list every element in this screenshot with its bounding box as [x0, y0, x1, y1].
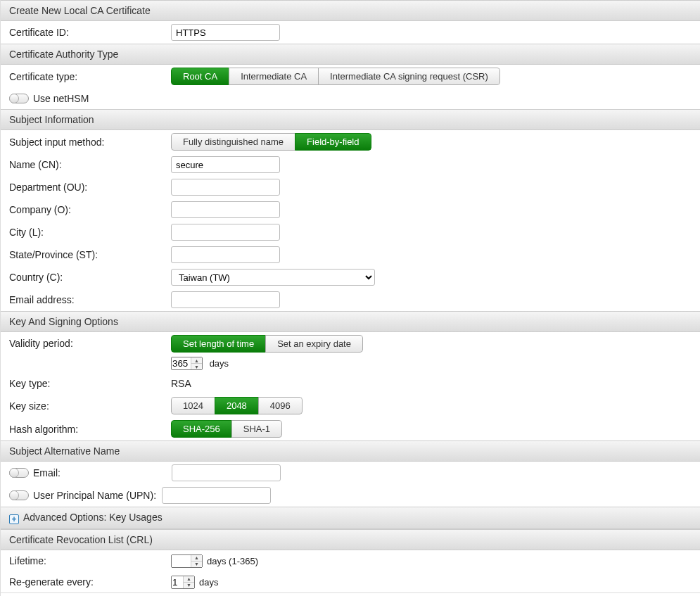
regen-spinner[interactable]: ▲▼	[183, 576, 194, 588]
chevron-up-icon[interactable]: ▲	[184, 576, 194, 583]
certtype-intermediate-ca[interactable]: Intermediate CA	[229, 68, 319, 85]
certificate-id-label: Certificate ID:	[9, 27, 171, 38]
certificate-id-input[interactable]	[171, 24, 280, 41]
certtype-intermediate-csr[interactable]: Intermediate CA signing request (CSR)	[318, 68, 500, 85]
footer: OK Cancel	[1, 592, 700, 596]
row-lifetime: Lifetime: ▲▼ days (1-365)	[1, 550, 700, 571]
st-label: State/Province (ST):	[9, 249, 171, 260]
input-method-segment: Fully distinguished name Field-by-field	[171, 133, 371, 151]
row-nethsm: Use netHSM	[1, 88, 700, 109]
chevron-up-icon[interactable]: ▲	[191, 555, 202, 562]
san-upn-toggle[interactable]	[9, 490, 29, 500]
chevron-down-icon[interactable]: ▼	[191, 364, 202, 369]
row-certificate-id: Certificate ID:	[1, 21, 700, 44]
country-select[interactable]: Taiwan (TW)	[171, 269, 375, 286]
keysize-2048[interactable]: 2048	[215, 397, 259, 414]
regen-label: Re-generate every:	[9, 576, 171, 588]
row-st: State/Province (ST):	[1, 243, 700, 266]
email-input[interactable]	[171, 291, 280, 308]
keysize-4096[interactable]: 4096	[258, 397, 303, 414]
regen-unit: days	[199, 577, 218, 588]
row-regen: Re-generate every: ▲▼ days	[1, 571, 700, 592]
certificate-type-label: Certificate type:	[9, 71, 171, 82]
row-o: Company (O):	[1, 198, 700, 221]
input-method-label: Subject input method:	[9, 137, 171, 148]
hash-label: Hash algorithm:	[9, 424, 171, 435]
c-label: Country (C):	[9, 272, 171, 283]
inputmethod-fieldbyfield[interactable]: Field-by-field	[295, 133, 371, 151]
plus-icon[interactable]: +	[9, 514, 19, 524]
san-email-input[interactable]	[172, 464, 281, 481]
lifetime-label: Lifetime:	[9, 555, 171, 566]
row-email: Email address:	[1, 289, 700, 311]
section-create-header: Create New Local CA Certificate	[1, 0, 700, 21]
o-input[interactable]	[171, 201, 280, 218]
row-input-method: Subject input method: Fully distinguishe…	[1, 130, 700, 153]
nethsm-label: Use netHSM	[33, 93, 89, 104]
certificate-type-segment: Root CA Intermediate CA Intermediate CA …	[171, 68, 500, 85]
san-upn-label: User Principal Name (UPN):	[33, 490, 156, 501]
section-crl-header: Certificate Revocation List (CRL)	[1, 529, 700, 550]
hash-sha1[interactable]: SHA-1	[231, 420, 282, 438]
section-san-header: Subject Alternative Name	[1, 440, 700, 462]
chevron-down-icon[interactable]: ▼	[184, 583, 194, 588]
l-label: City (L):	[9, 227, 171, 238]
ou-label: Department (OU):	[9, 182, 171, 193]
keysize-1024[interactable]: 1024	[171, 397, 215, 414]
validity-set-expiry[interactable]: Set an expiry date	[265, 335, 363, 353]
san-upn-input[interactable]	[162, 487, 271, 504]
keytype-label: Key type:	[9, 378, 171, 389]
l-input[interactable]	[171, 224, 280, 241]
o-label: Company (O):	[9, 204, 171, 215]
row-c: Country (C): Taiwan (TW)	[1, 266, 700, 289]
validity-days-unit: days	[210, 358, 229, 369]
row-keysize: Key size: 1024 2048 4096	[1, 394, 700, 417]
row-keytype: Key type: RSA	[1, 373, 700, 394]
row-ou: Department (OU):	[1, 176, 700, 198]
certtype-root-ca[interactable]: Root CA	[171, 68, 229, 85]
inputmethod-fdn[interactable]: Fully distinguished name	[171, 133, 295, 151]
section-adv-header[interactable]: +Advanced Options: Key Usages	[1, 507, 700, 529]
row-l: City (L):	[1, 221, 700, 243]
cn-label: Name (CN):	[9, 159, 171, 170]
email-label: Email address:	[9, 294, 171, 305]
validity-days-spinner[interactable]: ▲▼	[191, 357, 202, 369]
hash-segment: SHA-256 SHA-1	[171, 420, 282, 438]
st-input[interactable]	[171, 246, 280, 263]
validity-segment: Set length of time Set an expiry date	[171, 335, 363, 353]
lifetime-spinner[interactable]: ▲▼	[191, 555, 202, 567]
san-email-toggle[interactable]	[9, 468, 29, 478]
hash-sha256[interactable]: SHA-256	[171, 420, 232, 438]
row-san-email: Email:	[1, 462, 700, 484]
adv-title: Advanced Options: Key Usages	[23, 512, 163, 523]
keysize-segment: 1024 2048 4096	[171, 397, 303, 414]
lifetime-unit: days (1-365)	[207, 556, 258, 566]
section-catype-header: Certificate Authority Type	[1, 44, 700, 65]
nethsm-toggle[interactable]	[9, 94, 29, 103]
keysize-label: Key size:	[9, 400, 171, 412]
section-subject-header: Subject Information	[1, 109, 700, 130]
chevron-up-icon[interactable]: ▲	[191, 357, 202, 364]
cn-input[interactable]	[171, 156, 280, 173]
row-validity: Validity period: Set length of time Set …	[1, 332, 700, 373]
ou-input[interactable]	[171, 179, 280, 196]
row-san-upn: User Principal Name (UPN):	[1, 484, 700, 507]
row-cn: Name (CN):	[1, 153, 700, 176]
san-email-label: Email:	[33, 467, 61, 478]
row-certificate-type: Certificate type: Root CA Intermediate C…	[1, 65, 700, 88]
validity-label: Validity period:	[9, 335, 171, 349]
row-hash: Hash algorithm: SHA-256 SHA-1	[1, 417, 700, 440]
validity-set-length[interactable]: Set length of time	[171, 335, 266, 353]
keytype-value: RSA	[171, 378, 191, 389]
chevron-down-icon[interactable]: ▼	[191, 562, 202, 567]
section-keysign-header: Key And Signing Options	[1, 311, 700, 332]
